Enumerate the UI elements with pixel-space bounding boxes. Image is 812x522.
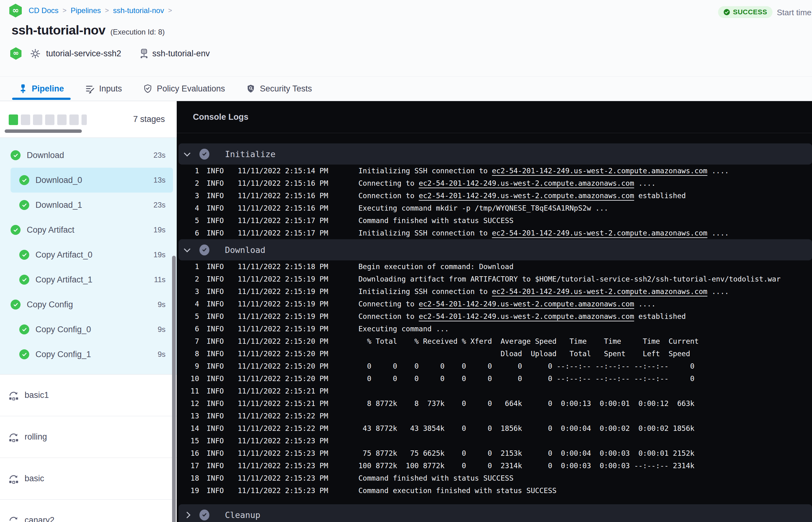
log-level: INFO xyxy=(207,204,225,212)
log-line: 9INFO11/11/2022 2:15:20 PM 0 0 0 0 0 0 0… xyxy=(179,360,812,373)
log-section-header-initialize[interactable]: Initialize xyxy=(179,143,812,164)
stage-name: Copy Config_1 xyxy=(36,350,91,359)
log-level: INFO xyxy=(207,300,225,308)
stage-duration: 23s xyxy=(154,201,165,209)
log-text: 43 8772k 43 3854k 0 0 1856k 0 0:00:04 0:… xyxy=(359,424,694,433)
stage-row-copy-artifact[interactable]: Copy Artifact19s xyxy=(11,218,173,242)
service-name[interactable]: tutorial-service-ssh2 xyxy=(46,49,121,59)
success-check-icon xyxy=(19,324,29,335)
log-text: Connecting to xyxy=(359,300,419,308)
console-logs-panel: Console Logs Initialize1INFO11/11/2022 2… xyxy=(177,101,812,522)
log-text: Initializing SSH connection to xyxy=(359,287,492,296)
status-badge-label: SUCCESS xyxy=(733,8,767,16)
tab-pipeline[interactable]: Pipeline xyxy=(12,77,70,101)
stage-duration: 19s xyxy=(154,250,165,259)
stage-square-done[interactable] xyxy=(9,115,18,125)
log-timestamp: 11/11/2022 2:15:17 PM xyxy=(238,229,331,237)
log-line-number: 13 xyxy=(179,412,199,420)
success-check-icon xyxy=(19,175,29,185)
success-check-icon xyxy=(11,225,21,235)
stage-row-copy-config-1[interactable]: Copy Config_19s xyxy=(11,342,173,367)
success-check-icon xyxy=(11,150,21,160)
log-line: 19INFO11/11/2022 2:15:23 PMCommand execu… xyxy=(179,484,812,497)
log-text: Initializing SSH connection to xyxy=(359,229,492,237)
log-level: INFO xyxy=(207,412,225,420)
pipeline-row-canary2[interactable]: canary2 xyxy=(0,500,177,522)
log-timestamp: 11/11/2022 2:15:19 PM xyxy=(238,325,331,333)
stage-name: Download xyxy=(27,150,64,160)
pipeline-row-basic1[interactable]: basic1 xyxy=(0,375,177,416)
stage-row-copy-config-0[interactable]: Copy Config_09s xyxy=(11,317,173,342)
stage-row-copy-config[interactable]: Copy Config9s xyxy=(11,292,173,317)
stage-duration: 9s xyxy=(158,325,165,334)
breadcrumb-link-ssh-tutorial-nov[interactable]: ssh-tutorial-nov xyxy=(113,6,164,15)
chevron-down-icon[interactable] xyxy=(184,149,190,156)
log-level: INFO xyxy=(207,192,225,200)
log-message: Connection to ec2-54-201-142-249.us-west… xyxy=(359,192,686,200)
host-link[interactable]: ec2-54-201-142-249.us-west-2.compute.ama… xyxy=(419,179,634,187)
log-text: Downloading artifact from ARTIFACTORY to… xyxy=(359,275,780,283)
stage-square-pending[interactable] xyxy=(82,115,87,125)
tab-inputs[interactable]: Inputs xyxy=(79,77,129,101)
log-section-header-download[interactable]: Download xyxy=(179,239,812,260)
host-link[interactable]: ec2-54-201-142-249.us-west-2.compute.ama… xyxy=(419,312,634,320)
stage-row-copy-artifact-0[interactable]: Copy Artifact_019s xyxy=(11,242,173,267)
breadcrumb-link-cd-docs[interactable]: CD Docs xyxy=(28,6,59,15)
stage-square-pending[interactable] xyxy=(57,115,66,125)
pipeline-row-rolling[interactable]: rolling xyxy=(0,416,177,458)
host-link[interactable]: ec2-54-201-142-249.us-west-2.compute.ama… xyxy=(492,287,707,296)
tab-bar: PipelineInputsPolicy EvaluationsSecurity… xyxy=(0,76,812,101)
host-link[interactable]: ec2-54-201-142-249.us-west-2.compute.ama… xyxy=(492,167,707,175)
stage-square-pending[interactable] xyxy=(69,115,79,125)
log-level: INFO xyxy=(207,449,225,457)
log-text: Connection to xyxy=(359,192,419,200)
host-link[interactable]: ec2-54-201-142-249.us-west-2.compute.ama… xyxy=(419,192,634,200)
chevron-right-icon[interactable] xyxy=(184,511,190,518)
log-line: 2INFO11/11/2022 2:15:16 PMConnecting to … xyxy=(179,177,812,189)
rollback-icon xyxy=(8,474,19,484)
stage-row-download-1[interactable]: Download_123s xyxy=(11,193,173,218)
stage-square-pending[interactable] xyxy=(45,115,55,125)
breadcrumb-separator: > xyxy=(168,6,172,15)
chevron-down-icon[interactable] xyxy=(184,245,190,252)
log-level: INFO xyxy=(207,375,225,383)
stages-count: 7 stages xyxy=(133,101,165,138)
tab-policy-evaluations[interactable]: Policy Evaluations xyxy=(137,77,231,101)
pipeline-row-basic[interactable]: basic xyxy=(0,458,177,500)
log-message: Command finished with status SUCCESS xyxy=(359,217,514,225)
log-line-number: 3 xyxy=(179,192,199,200)
environment-icon xyxy=(139,48,149,59)
log-section-header-cleanup[interactable]: Cleanup xyxy=(179,504,812,522)
log-message: 100 8772k 100 8772k 0 0 2314k 0 0:00:03 … xyxy=(359,462,694,470)
stage-graph-scrollbar[interactable] xyxy=(5,129,82,133)
stage-row-copy-artifact-1[interactable]: Copy Artifact_111s xyxy=(11,267,173,292)
sidebar-scrollbar[interactable] xyxy=(172,256,176,522)
log-text: Connection to xyxy=(359,312,419,320)
stage-row-download-0[interactable]: Download_013s xyxy=(11,168,173,193)
tab-label: Pipeline xyxy=(32,84,64,94)
breadcrumb-link-pipelines[interactable]: Pipelines xyxy=(70,6,101,15)
log-line: 7INFO11/11/2022 2:15:20 PM % Total % Rec… xyxy=(179,335,812,347)
log-line: 1INFO11/11/2022 2:15:18 PMBegin executio… xyxy=(179,260,812,273)
stage-progress-squares xyxy=(9,115,87,125)
host-link[interactable]: ec2-54-201-142-249.us-west-2.compute.ama… xyxy=(492,229,707,237)
log-text: Command finished with status SUCCESS xyxy=(359,217,514,225)
environment-name[interactable]: ssh-tutorial-env xyxy=(153,49,210,59)
host-link[interactable]: ec2-54-201-142-249.us-west-2.compute.ama… xyxy=(419,300,634,308)
stage-square-pending[interactable] xyxy=(21,115,30,125)
log-message: Connecting to ec2-54-201-142-249.us-west… xyxy=(359,300,655,308)
success-check-icon xyxy=(19,250,29,260)
stage-row-download[interactable]: Download23s xyxy=(11,143,173,168)
log-line: 17INFO11/11/2022 2:15:23 PM100 8772k 100… xyxy=(179,460,812,472)
stage-duration: 9s xyxy=(158,300,165,309)
log-timestamp: 11/11/2022 2:15:21 PM xyxy=(238,399,331,407)
pipeline-name: canary2 xyxy=(25,516,55,522)
log-text: .... xyxy=(708,229,729,237)
log-timestamp: 11/11/2022 2:15:19 PM xyxy=(238,300,331,308)
stage-name: Download_1 xyxy=(36,200,82,210)
log-text: .... xyxy=(708,287,729,296)
stage-square-pending[interactable] xyxy=(33,115,42,125)
log-level: INFO xyxy=(207,167,225,175)
tab-security-tests[interactable]: Security Tests xyxy=(240,77,319,101)
log-level: INFO xyxy=(207,179,225,187)
